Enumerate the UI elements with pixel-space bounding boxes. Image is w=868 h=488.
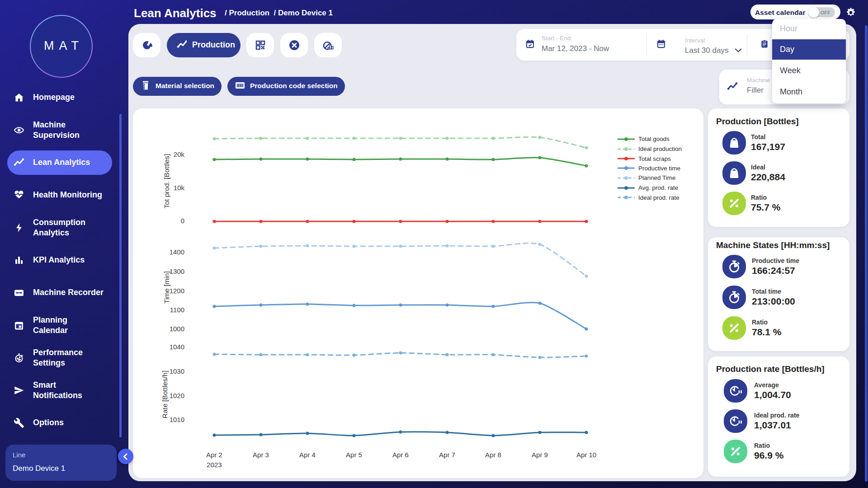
svg-text:2023: 2023	[207, 461, 222, 469]
svg-text:Apr 8: Apr 8	[485, 451, 501, 459]
svg-text:Avg. prod. rate: Avg. prod. rate	[638, 184, 678, 191]
svg-text:Apr 10: Apr 10	[576, 451, 596, 459]
svg-text:Rate [Bottles/h]: Rate [Bottles/h]	[161, 371, 169, 418]
svg-text:1100: 1100	[170, 306, 184, 314]
svg-text:Apr 3: Apr 3	[253, 451, 269, 459]
svg-text:1020: 1020	[170, 392, 184, 399]
svg-text:1000: 1000	[170, 325, 184, 333]
svg-text:10k: 10k	[174, 184, 185, 192]
svg-text:Apr 9: Apr 9	[532, 451, 548, 459]
svg-text:Ideal production: Ideal production	[638, 145, 682, 152]
svg-text:1010: 1010	[170, 416, 184, 423]
svg-text:Tot prod. [Bottles]: Tot prod. [Bottles]	[163, 154, 170, 209]
svg-text:1400: 1400	[170, 248, 184, 256]
svg-text:1300: 1300	[170, 267, 184, 275]
svg-text:Planned Time: Planned Time	[638, 174, 676, 181]
svg-text:0: 0	[181, 217, 184, 225]
svg-text:Total goods: Total goods	[638, 136, 670, 142]
svg-text:Productive time: Productive time	[638, 165, 680, 172]
svg-text:Apr 2: Apr 2	[206, 451, 222, 459]
svg-text:Ideal prod. rate: Ideal prod. rate	[638, 194, 679, 201]
svg-text:1200: 1200	[170, 287, 184, 295]
svg-text:1040: 1040	[170, 343, 184, 351]
svg-text:Apr 4: Apr 4	[299, 451, 316, 459]
svg-text:Apr 6: Apr 6	[392, 451, 409, 459]
svg-text:Total scraps: Total scraps	[638, 155, 671, 162]
svg-text:1030: 1030	[170, 367, 184, 375]
svg-text:Time [min]: Time [min]	[163, 271, 170, 304]
svg-text:20k: 20k	[174, 150, 185, 158]
svg-text:Apr 5: Apr 5	[346, 451, 362, 459]
svg-text:Apr 7: Apr 7	[439, 451, 455, 459]
